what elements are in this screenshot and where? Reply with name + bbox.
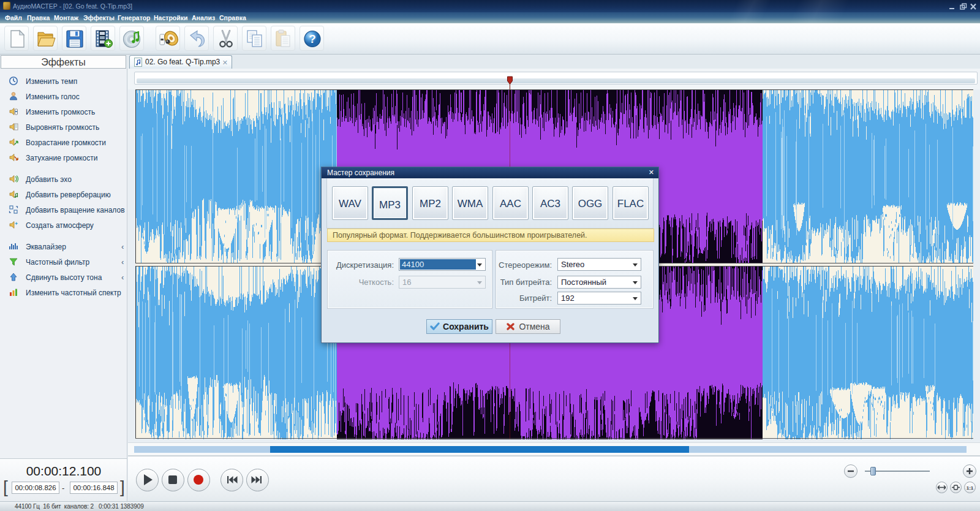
svg-text:1:1: 1:1: [966, 485, 973, 491]
svg-text:?: ?: [309, 32, 316, 45]
